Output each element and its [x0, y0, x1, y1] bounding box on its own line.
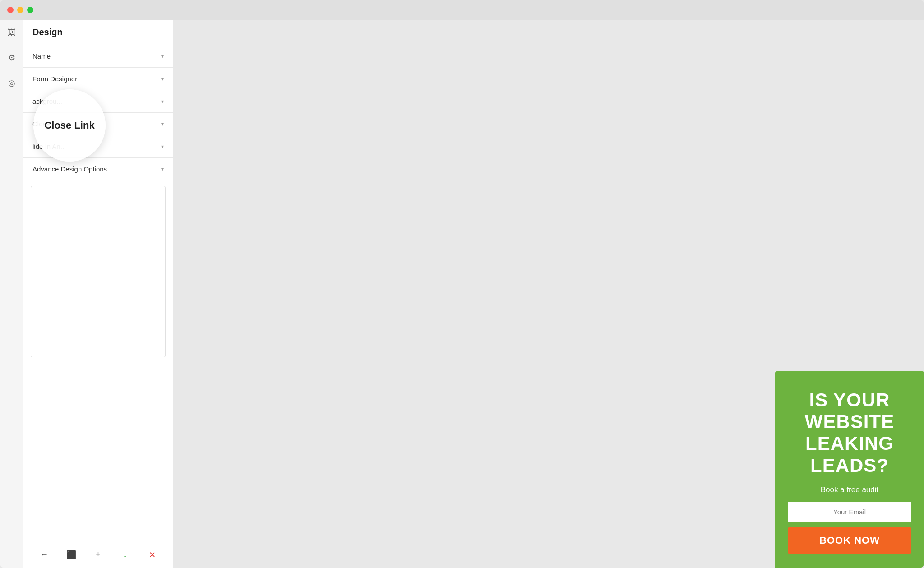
- target-icon-btn[interactable]: ◎: [5, 76, 19, 90]
- back-button[interactable]: ←: [37, 548, 51, 562]
- accordion-close-link: Close Link ▾: [23, 113, 173, 135]
- accordion-advance-design: Advance Design Options ▾: [23, 158, 173, 180]
- accordion-slide-in-header[interactable]: lide In An... ▾: [23, 135, 173, 157]
- save-icon: ↓: [123, 550, 127, 559]
- accordion-form-designer: Form Designer ▾: [23, 68, 173, 90]
- accordion-background-label: ackgrou...: [32, 97, 62, 105]
- accordion-name-chevron: ▾: [161, 53, 164, 60]
- settings-icon-btn[interactable]: ⚙: [5, 51, 19, 65]
- titlebar: [0, 0, 924, 20]
- accordion-background-header[interactable]: ackgrou... ▾: [23, 90, 173, 112]
- preview-icon: ⬛: [66, 550, 76, 560]
- accordion-form-designer-header[interactable]: Form Designer ▾: [23, 68, 173, 90]
- settings-icon: ⚙: [8, 53, 15, 63]
- add-button[interactable]: +: [91, 548, 105, 562]
- image-icon-btn[interactable]: 🖼: [5, 25, 19, 40]
- icon-sidebar: 🖼 ⚙ ◎: [0, 20, 23, 568]
- accordion-advance-design-chevron: ▾: [161, 166, 164, 172]
- close-icon: ✕: [149, 550, 156, 560]
- popup-email-input[interactable]: [788, 502, 911, 522]
- popup-cta-button[interactable]: BOOK NOW: [788, 527, 911, 554]
- target-icon: ◎: [8, 78, 15, 88]
- accordion-name-label: Name: [32, 52, 51, 60]
- accordion-close-link-label: Close Link: [32, 120, 64, 128]
- popup-subtext: Book a free audit: [821, 485, 879, 494]
- bottom-toolbar: ← ⬛ + ↓ ✕: [23, 541, 173, 568]
- canvas-area: IS YOUR WEBSITE LEAKING LEADS? Book a fr…: [173, 20, 924, 568]
- accordion-close-link-chevron: ▾: [161, 121, 164, 127]
- plus-icon: +: [96, 550, 101, 559]
- image-icon: 🖼: [8, 28, 16, 37]
- accordion-background-chevron: ▾: [161, 98, 164, 105]
- accordion-advance-design-label: Advance Design Options: [32, 165, 107, 173]
- back-icon: ←: [40, 550, 48, 559]
- popup-headline: IS YOUR WEBSITE LEAKING LEADS?: [788, 389, 911, 476]
- accordion-slide-in-chevron: ▾: [161, 143, 164, 150]
- panel-sidebar: Design Name ▾ Form Designer ▾: [23, 20, 173, 568]
- app-body: 🖼 ⚙ ◎ Design Name ▾: [0, 20, 924, 568]
- accordion-slide-in: lide In An... ▾: [23, 135, 173, 158]
- accordion-slide-in-label: lide In An...: [32, 143, 66, 150]
- accordion-name: Name ▾: [23, 45, 173, 68]
- maximize-button[interactable]: [27, 7, 33, 13]
- accordion-background: ackgrou... ▾: [23, 90, 173, 113]
- accordion-form-designer-chevron: ▾: [161, 76, 164, 82]
- preview-button[interactable]: ⬛: [64, 548, 79, 562]
- popup-widget: IS YOUR WEBSITE LEAKING LEADS? Book a fr…: [775, 371, 924, 568]
- minimize-button[interactable]: [17, 7, 23, 13]
- save-button[interactable]: ↓: [118, 548, 132, 562]
- panel-content: Name ▾ Form Designer ▾ ackgrou... ▾: [23, 45, 173, 541]
- accordion-form-designer-label: Form Designer: [32, 75, 77, 83]
- app-window: 🖼 ⚙ ◎ Design Name ▾: [0, 0, 924, 568]
- panel-title: Design: [23, 20, 173, 45]
- accordion-close-link-header[interactable]: Close Link ▾: [23, 113, 173, 135]
- close-button[interactable]: [7, 7, 14, 13]
- close-panel-button[interactable]: ✕: [145, 548, 159, 562]
- content-box: [31, 186, 166, 357]
- accordion-advance-design-header[interactable]: Advance Design Options ▾: [23, 158, 173, 180]
- accordion-name-header[interactable]: Name ▾: [23, 45, 173, 67]
